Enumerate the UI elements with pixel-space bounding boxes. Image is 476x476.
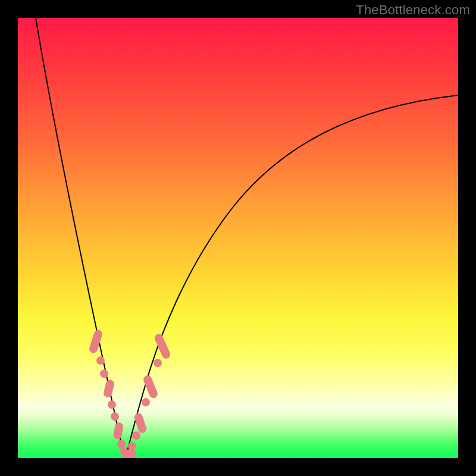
marker-pill [113,422,124,440]
marker-dot [108,400,116,409]
marker-dot [96,356,105,365]
bottleneck-chart [18,18,458,458]
marker-dot [111,412,119,421]
right-curve [126,95,458,458]
marker-dot [154,359,162,367]
marker-dot [132,431,140,440]
marker-dot [128,442,136,450]
marker-pill [154,333,172,360]
watermark-text: TheBottleneck.com [356,2,470,18]
marker-pill [103,379,115,398]
marker-pill [122,450,136,458]
marker-dot [117,440,126,448]
marker-dot [100,369,108,378]
marker-dot [142,398,150,406]
marker-pill [133,412,148,434]
